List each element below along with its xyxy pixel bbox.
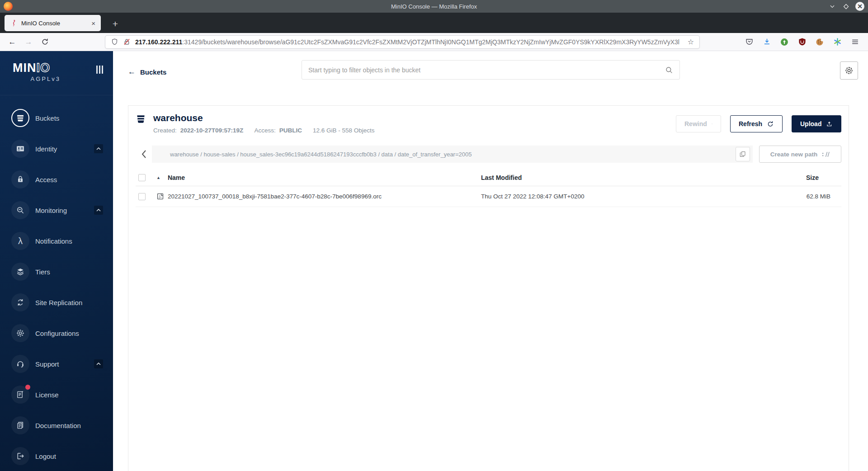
sidebar-item-buckets[interactable]: Buckets: [0, 103, 113, 133]
sidebar-item-logout[interactable]: Logout: [0, 441, 113, 471]
copy-path-button[interactable]: [736, 147, 750, 161]
window-maximize-icon[interactable]: [842, 2, 850, 10]
upload-button[interactable]: Upload: [792, 115, 841, 132]
search-input[interactable]: [308, 66, 665, 74]
license-tag: AGPLv3: [13, 75, 61, 82]
copy-icon: [739, 151, 746, 158]
downloads-icon[interactable]: [762, 37, 772, 47]
bucket-settings-button[interactable]: [840, 61, 858, 80]
sidebar-item-notifications[interactable]: λ Notifications: [0, 226, 113, 256]
sidebar-item-tiers[interactable]: Tiers: [0, 256, 113, 287]
chevron-up-icon[interactable]: [94, 144, 103, 153]
browser-toolbar: ← → 217.160.222.211:31429/buckets/wareho…: [0, 33, 868, 51]
column-header-size[interactable]: Size: [751, 174, 841, 181]
window-close-icon[interactable]: ✕: [855, 2, 864, 11]
select-all-checkbox[interactable]: [138, 174, 146, 181]
back-to-buckets-link[interactable]: ← Buckets: [128, 67, 166, 76]
shield-icon[interactable]: [111, 38, 118, 46]
menu-hamburger-icon[interactable]: [850, 37, 860, 47]
access-icon: [16, 175, 25, 184]
new-path-icon: [822, 151, 830, 158]
table-header-row: ▲ Name Last Modified Size: [136, 169, 841, 186]
license-badge: [25, 385, 30, 390]
firefox-logo-icon: [4, 2, 13, 11]
chevron-up-icon[interactable]: [94, 359, 103, 368]
table-row[interactable]: 20221027_100737_00018_b8xji-7581bae2-377…: [136, 186, 841, 207]
bucket-browser-panel: warehouse Created:2022-10-27T09:57:19Z A…: [128, 105, 849, 471]
bookmark-star-icon[interactable]: ☆: [688, 38, 694, 46]
chevron-left-icon: [141, 150, 146, 159]
sidebar-item-access[interactable]: Access: [0, 164, 113, 195]
back-arrow-icon: ←: [128, 67, 136, 76]
gear-icon: [844, 66, 854, 75]
sidebar-menu: Buckets Identity Access Monitoring λ Not…: [0, 95, 113, 471]
tab-title: MinIO Console: [21, 20, 90, 27]
breadcrumb[interactable]: warehouse / house-sales / house_sales-3e…: [170, 151, 736, 158]
sidebar-collapse-icon[interactable]: [96, 66, 103, 74]
sidebar-item-documentation[interactable]: Documentation: [0, 410, 113, 441]
support-icon: [16, 359, 25, 368]
sort-ascending-icon[interactable]: ▲: [156, 175, 160, 180]
identity-icon: [16, 144, 25, 153]
row-checkbox[interactable]: [138, 193, 146, 200]
sidebar-item-license[interactable]: License: [0, 379, 113, 410]
sidebar-item-support[interactable]: Support: [0, 349, 113, 379]
sidebar: MINIO AGPLv3 Buckets Identity Access Mon…: [0, 51, 113, 471]
insecure-lock-icon[interactable]: [123, 38, 131, 46]
asterisk-extension-icon[interactable]: [832, 37, 842, 47]
tab-close-icon[interactable]: ×: [90, 19, 96, 27]
browser-back-button[interactable]: ←: [5, 35, 19, 49]
tab-strip: MinIO Console × +: [0, 13, 868, 33]
ublock-origin-icon[interactable]: [797, 37, 807, 47]
object-modified: Thu Oct 27 2022 12:08:47 GMT+0200: [481, 193, 751, 200]
created-label: Created:: [153, 127, 177, 134]
brand-min: MIN: [13, 61, 37, 75]
documentation-icon: [16, 421, 25, 430]
gear-icon: [16, 329, 25, 338]
upload-icon: [826, 120, 833, 128]
browser-forward-button[interactable]: →: [22, 35, 35, 49]
refresh-button[interactable]: Refresh: [730, 115, 783, 132]
monitoring-icon: [16, 206, 25, 215]
window-titlebar: MinIO Console — Mozilla Firefox ✕: [0, 0, 868, 13]
create-new-path-button[interactable]: Create new path: [759, 146, 841, 163]
url-host: 217.160.222.211: [135, 38, 182, 46]
rewind-icon: [712, 120, 712, 128]
license-icon: [16, 390, 25, 399]
refresh-icon: [767, 120, 774, 128]
bucket-icon: [16, 113, 25, 122]
bucket-icon: [136, 113, 146, 124]
rewind-button[interactable]: Rewind: [676, 115, 721, 132]
tab-minio-console[interactable]: MinIO Console ×: [5, 15, 101, 31]
column-header-modified[interactable]: Last Modified: [481, 174, 751, 181]
bucket-name: warehouse: [153, 113, 374, 123]
brand-io: IO: [37, 61, 51, 75]
cookie-extension-icon[interactable]: [815, 37, 825, 47]
column-header-name[interactable]: Name: [168, 174, 185, 181]
created-value: 2022-10-27T09:57:19Z: [180, 127, 244, 134]
new-tab-button[interactable]: +: [108, 17, 123, 31]
minio-flamingo-favicon: [10, 19, 17, 27]
tiers-icon: [16, 267, 25, 276]
bucket-usage: 12.6 GiB - 558 Objects: [313, 127, 375, 134]
logout-icon: [16, 452, 25, 461]
sidebar-item-configurations[interactable]: Configurations: [0, 318, 113, 349]
search-icon: [665, 66, 673, 74]
access-label: Access:: [254, 127, 275, 134]
browser-reload-button[interactable]: [38, 35, 52, 49]
url-text[interactable]: 217.160.222.211:31429/buckets/warehouse/…: [135, 38, 684, 46]
breadcrumb-bar: warehouse / house-sales / house_sales-3e…: [152, 146, 753, 163]
sidebar-item-identity[interactable]: Identity: [0, 133, 113, 164]
access-value: PUBLIC: [279, 127, 302, 134]
breadcrumb-back-button[interactable]: [136, 146, 152, 163]
extension-green-icon[interactable]: [779, 37, 789, 47]
chevron-up-icon[interactable]: [94, 206, 103, 215]
object-filter-search[interactable]: [302, 60, 680, 80]
back-link-label: Buckets: [140, 68, 166, 76]
replication-icon: [16, 298, 25, 307]
sidebar-item-monitoring[interactable]: Monitoring: [0, 195, 113, 226]
sidebar-item-site-replication[interactable]: Site Replication: [0, 287, 113, 318]
window-minimize-icon[interactable]: [828, 2, 836, 10]
url-bar[interactable]: 217.160.222.211:31429/buckets/warehouse/…: [105, 35, 700, 49]
pocket-icon[interactable]: [744, 37, 754, 47]
